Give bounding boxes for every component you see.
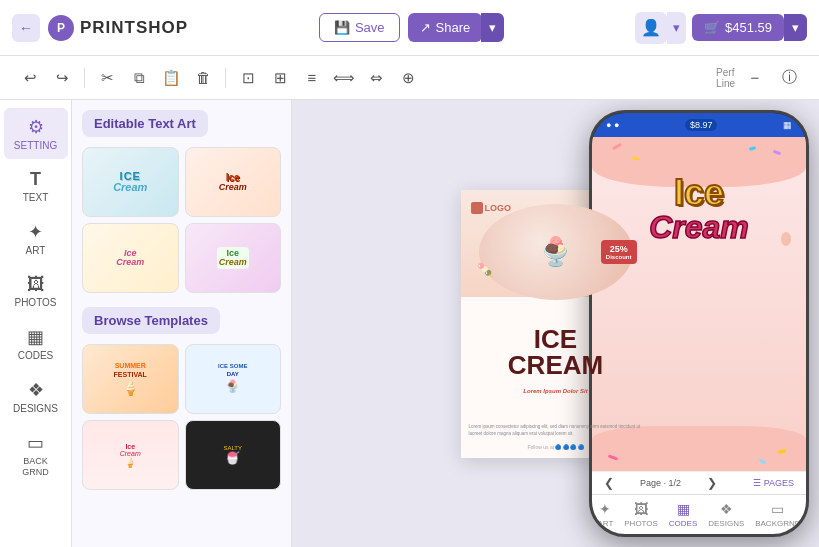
back-button[interactable]: ← [12,14,40,42]
text-art-thumb-3[interactable]: Ice Cream [82,223,179,293]
phone-bottom-toolbar: ✦ ART 🖼 PHOTOS ▦ CODES ❖ DESIGNS ▭ BA [592,494,806,534]
transform-button[interactable]: ⟺ [330,64,358,92]
flip-button[interactable]: ⇔ [362,64,390,92]
phone-next-button[interactable]: ❯ [707,476,717,490]
text-icon: T [30,169,41,190]
canvas-area: LOGO 🍨 🍡 25% Discount ICE CREAM [292,100,819,547]
doc-logo-icon [471,202,483,214]
template-thumb-3[interactable]: Ice Cream 🍦 [82,420,179,490]
phone-pages-button[interactable]: ☰ PAGES [753,478,794,488]
avatar-caret-button[interactable]: ▾ [667,12,686,44]
panel: Editable Text Art ICE Cream Ice Cream Ic… [72,100,292,547]
header-right: 👤 ▾ 🛒 $451.59 ▾ [635,12,807,44]
save-button[interactable]: 💾 Save [319,13,400,42]
phone-status-bar: ● ● $8.97 ▦ [592,113,806,137]
phone-tb-art[interactable]: ✦ ART [597,501,613,528]
text-art-thumb-1[interactable]: ICE Cream [82,147,179,217]
cart-button[interactable]: 🛒 $451.59 [692,14,784,41]
crop-button[interactable]: ⊕ [394,64,422,92]
toolbar-right: Perf Line − ⓘ [716,64,803,92]
save-icon: 💾 [334,20,350,35]
text-art-thumb-4[interactable]: Ice Cream [185,223,282,293]
info-button[interactable]: ⓘ [775,64,803,92]
background-icon: ▭ [27,432,44,454]
phone-signal-icon: ● ● [606,120,619,130]
doc-popsicle: 🍡 [477,262,494,278]
sidebar-item-setting[interactable]: ⚙ SETTING [4,108,68,159]
header-center: 💾 Save ↗ Share ▾ [319,13,504,42]
delete-button[interactable]: 🗑 [189,64,217,92]
phone-price-badge: $8.97 [685,119,718,131]
undo-button[interactable]: ↩ [16,64,44,92]
phone-bg-icon: ▭ [771,501,784,517]
phone-art-icon: ✦ [599,501,611,517]
cut-button[interactable]: ✂ [93,64,121,92]
sidebar-item-art[interactable]: ✦ ART [4,213,68,264]
share-button[interactable]: ↗ Share [408,13,483,42]
photos-icon: 🖼 [27,274,45,295]
align-button[interactable]: ≡ [298,64,326,92]
template-thumb-2[interactable]: ICE SOME DAY 🍨 [185,344,282,414]
toolbar-sep-2 [225,68,226,88]
setting-icon: ⚙ [28,116,44,138]
header-left: ← P PRINTSHOP [12,14,188,42]
template-thumb-1[interactable]: SUMMER FESTIVAL 🍦 [82,344,179,414]
phone-ice-cream-text: Ice Cream [592,175,806,243]
phone-grid-icon: ▦ [783,120,792,130]
browse-templates-grid: SUMMER FESTIVAL 🍦 ICE SOME DAY 🍨 Ice Cre… [82,344,281,490]
avatar-group: 👤 ▾ [635,12,686,44]
copy-button[interactable]: ⧉ [125,64,153,92]
doc-follow-line: Follow us at 🔵 🔵 🔵 🔵 [461,444,651,450]
phone-codes-icon: ▦ [677,501,690,517]
cart-icon: 🛒 [704,20,720,35]
doc-title: ICE CREAM [461,326,651,378]
phone-photos-icon: 🖼 [634,501,648,517]
codes-icon: ▦ [27,326,44,348]
toolbar: ↩ ↪ ✂ ⧉ 📋 🗑 ⊡ ⊞ ≡ ⟺ ⇔ ⊕ Perf Line − ⓘ [0,56,819,100]
perf-line-label: Perf Line [716,67,735,89]
doc-lorem-text: Lorem ipsum consectetur adipiscing elit,… [469,424,643,438]
logo-area: P PRINTSHOP [48,15,188,41]
template-thumb-4[interactable]: SALTY 🍧 [185,420,282,490]
cart-caret-button[interactable]: ▾ [784,14,807,41]
sidebar-item-codes[interactable]: ▦ CODES [4,318,68,369]
phone-prev-button[interactable]: ❮ [604,476,614,490]
sidebar-item-background[interactable]: ▭ BACKGRND [4,424,68,486]
designs-icon: ❖ [28,379,44,401]
minus-button[interactable]: − [741,64,769,92]
sidebar-item-text[interactable]: T TEXT [4,161,68,211]
sidebar: ⚙ SETTING T TEXT ✦ ART 🖼 PHOTOS ▦ CODES … [0,100,72,547]
art-icon: ✦ [28,221,43,243]
phone-tb-codes[interactable]: ▦ CODES [669,501,697,528]
cart-group: 🛒 $451.59 ▾ [692,14,807,41]
phone-tb-background[interactable]: ▭ BACKGRND [755,501,800,528]
redo-button[interactable]: ↪ [48,64,76,92]
sidebar-item-designs[interactable]: ❖ DESIGNS [4,371,68,422]
share-icon: ↗ [420,20,431,35]
frame-button[interactable]: ⊡ [234,64,262,92]
text-art-section-title: Editable Text Art [82,110,208,137]
phone-designs-icon: ❖ [720,501,733,517]
app-name: PRINTSHOP [80,18,188,38]
avatar-button[interactable]: 👤 [635,12,667,44]
phone-tb-designs[interactable]: ❖ DESIGNS [708,501,744,528]
phone-tb-photos[interactable]: 🖼 PHOTOS [624,501,658,528]
main: ⚙ SETTING T TEXT ✦ ART 🖼 PHOTOS ▦ CODES … [0,100,819,547]
share-group: ↗ Share ▾ [408,13,505,42]
doc-discount-badge: 25% Discount [601,240,637,264]
doc-logo: LOGO [471,202,512,214]
logo-icon: P [48,15,74,41]
browse-templates-section-title: Browse Templates [82,307,220,334]
group-button[interactable]: ⊞ [266,64,294,92]
header: ← P PRINTSHOP 💾 Save ↗ Share ▾ 👤 ▾ 🛒 $45… [0,0,819,56]
phone-nav: ❮ Page · 1/2 ❯ ☰ PAGES [592,471,806,494]
sidebar-item-photos[interactable]: 🖼 PHOTOS [4,266,68,316]
paste-button[interactable]: 📋 [157,64,185,92]
doc-subtitle: Lorem Ipsum Dolor Sit [461,388,651,394]
toolbar-sep-1 [84,68,85,88]
share-caret-button[interactable]: ▾ [481,13,504,42]
phone-page-indicator: Page · 1/2 [640,478,681,488]
text-art-grid: ICE Cream Ice Cream Ice Cream [82,147,281,293]
text-art-thumb-2[interactable]: Ice Cream [185,147,282,217]
